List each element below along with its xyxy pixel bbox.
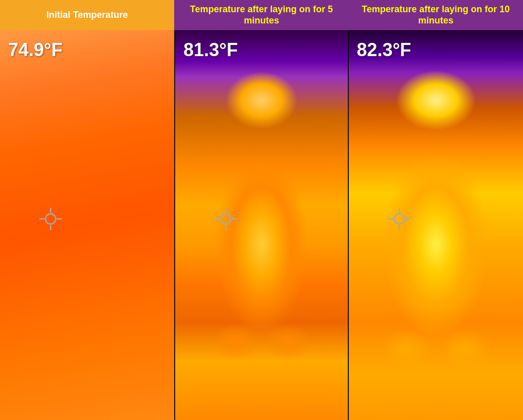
svg-point-0: [45, 214, 56, 224]
panel-5min-body: [175, 30, 347, 420]
header-10min-label: Temperature after laying on for 10 minut…: [355, 4, 517, 26]
crosshair-5min: [213, 207, 238, 231]
header-5min-label: Temperature after laying on for 5 minute…: [180, 4, 342, 26]
header-initial: Initial Temperature: [0, 0, 174, 30]
temp-10min: 82.3°F: [357, 39, 411, 61]
crosshair-initial: [38, 207, 63, 231]
panel-initial-bg: [0, 30, 174, 420]
crosshair-10min: [387, 207, 412, 231]
panel-10min: 82.3°F: [349, 30, 523, 420]
header-10min: Temperature after laying on for 10 minut…: [349, 0, 523, 30]
panel-5min: 81.3°F: [174, 30, 348, 420]
panel-initial: 74.9°F: [0, 30, 174, 420]
header-5min: Temperature after laying on for 5 minute…: [174, 0, 348, 30]
images-row: 74.9°F 81.3°F: [0, 30, 523, 420]
svg-point-5: [221, 214, 231, 224]
temp-5min: 81.3°F: [183, 39, 237, 61]
svg-point-10: [394, 214, 405, 224]
temp-initial: 74.9°F: [8, 39, 62, 61]
comparison-container: Initial Temperature Temperature after la…: [0, 0, 523, 420]
header-row: Initial Temperature Temperature after la…: [0, 0, 523, 30]
panel-10min-body: [349, 30, 523, 420]
header-initial-label: Initial Temperature: [46, 10, 128, 21]
